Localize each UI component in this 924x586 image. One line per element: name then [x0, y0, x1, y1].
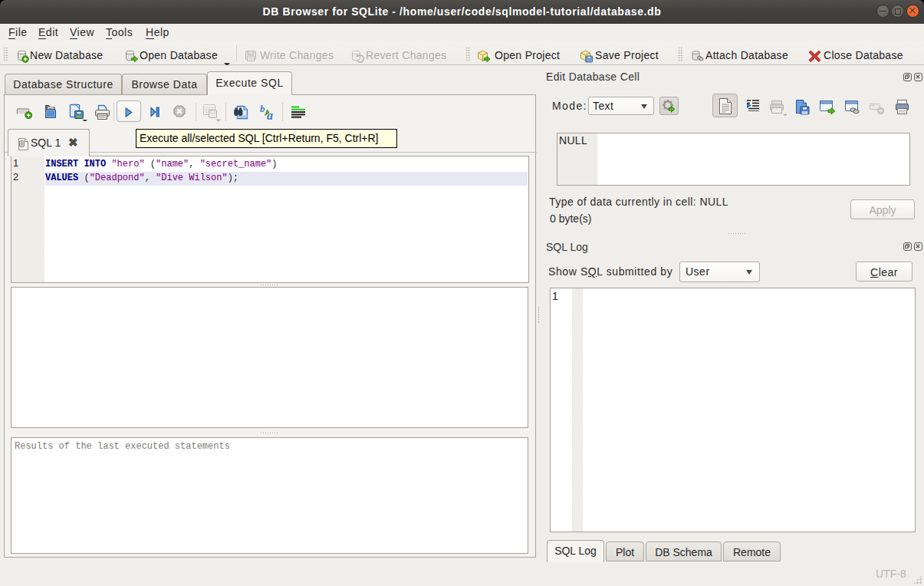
- svg-text:b: b: [260, 104, 265, 114]
